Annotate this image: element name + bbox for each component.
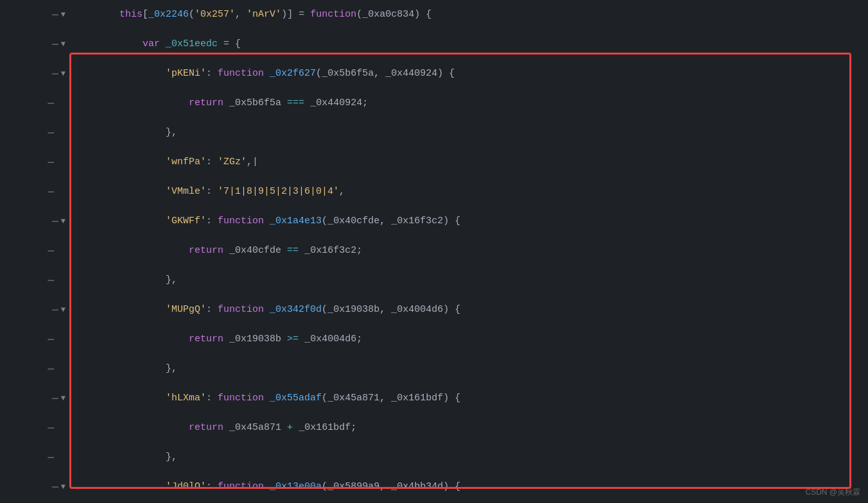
token-white [73,422,189,433]
fold-dash[interactable]: — [48,334,54,345]
table-row: —▼ 'GKWFf': function _0x1a4e13(_0x40cfde… [0,207,868,236]
token-white [73,452,166,463]
code-editor: —▼ this[_0x2246('0x257', 'nArV')] = func… [0,0,868,503]
fold-arrow[interactable]: ▼ [61,482,65,491]
token-str: 'pKENi' [166,68,206,79]
gutter: —▼ [0,68,71,80]
code-tokens: 'Jd0lO': function _0x13e00a(_0x5899a9, _… [71,472,868,502]
fold-dash[interactable]: — [48,127,54,139]
token-str: 'GKWFf' [166,216,206,226]
fold-arrow[interactable]: ▼ [61,69,65,78]
token-punct: ; [351,422,356,433]
fold-dash[interactable]: — [52,68,58,80]
token-str: '0x257' [195,9,235,20]
fold-arrow[interactable]: ▼ [61,394,65,403]
table-row: — return _0x19038b >= _0x4004d6; [0,325,868,354]
fold-dash[interactable]: — [48,245,54,257]
table-row: —▼ 'pKENi': function _0x2f627(_0x5b6f5a,… [0,59,868,89]
token-white [73,157,166,167]
fold-arrow[interactable]: ▼ [61,40,65,49]
token-param: _0x5899a9 [327,481,379,492]
token-kw: function [218,393,264,404]
fold-dash[interactable]: — [52,9,58,21]
token-op: === [287,98,304,108]
gutter: —▼ [0,216,71,227]
token-param: _0x16f3c2 [391,216,443,226]
gutter: — [0,363,71,375]
fold-dash[interactable]: — [52,481,58,493]
code-tokens: this[_0x2246('0x257', 'nArV')] = functio… [71,0,868,30]
fold-arrow[interactable]: ▼ [61,10,65,19]
token-str: 'ZGz' [218,157,247,167]
token-punct: ) { [443,481,460,492]
token-param: _0x16f3c2 [304,245,356,256]
token-punct: ( [322,304,327,315]
token-white [223,334,229,345]
table-row: —▼ var _0x51eedc = { [0,30,868,59]
token-param: _0x4004d6 [304,334,356,345]
token-punct: : [206,157,218,167]
token-white [304,98,310,108]
code-tokens: }, [71,266,868,295]
token-punct: }, [166,452,177,463]
fold-dash[interactable]: — [48,422,54,434]
token-white [223,245,229,256]
table-row: —▼ 'hLXma': function _0x55adaf(_0x45a871… [0,384,868,413]
token-param: _0x19038b [327,304,379,315]
fold-dash[interactable]: — [48,98,54,109]
token-punct: ; [362,98,368,108]
table-row: — 'wnfPa': 'ZGz',| [0,148,868,177]
token-punct: : [206,304,218,315]
token-white [264,216,270,226]
token-kw: var [143,38,160,49]
token-kw: function [218,481,264,492]
table-row: —▼ 'Jd0lO': function _0x13e00a(_0x5899a9… [0,472,868,502]
token-punct: ,| [247,157,258,167]
token-punct: [ [143,9,148,20]
token-white [293,422,299,433]
token-str: 'Jd0lO' [166,481,206,492]
table-row: — return _0x5b6f5a === _0x440924; [0,89,868,118]
fold-dash[interactable]: — [52,304,58,316]
fold-dash[interactable]: — [52,38,58,50]
token-white [73,334,189,345]
fold-dash[interactable]: — [48,186,54,198]
code-tokens: }, [71,443,868,472]
table-row: —▼ this[_0x2246('0x257', 'nArV')] = func… [0,0,868,30]
token-punct: ) { [443,393,460,404]
gutter: —▼ [0,9,71,21]
token-param: _0x19038b [229,334,281,345]
token-punct: }, [166,275,177,286]
gutter: — [0,275,71,286]
fold-arrow[interactable]: ▼ [61,217,65,226]
fold-dash[interactable]: — [48,452,54,463]
code-area: —▼ this[_0x2246('0x257', 'nArV')] = func… [0,0,868,503]
table-row: — 'VMmle': '7|1|8|9|5|2|3|6|0|4', [0,177,868,207]
fold-dash[interactable]: — [52,216,58,227]
token-white [264,304,270,315]
token-white [264,68,270,79]
gutter: — [0,334,71,345]
token-punct: ) { [443,304,460,315]
token-white [281,98,287,108]
token-param: _0x40cfde [327,216,379,226]
token-str: 'wnfPa' [166,157,206,167]
token-white [299,245,304,256]
fold-dash[interactable]: — [48,275,54,286]
fold-dash[interactable]: — [48,363,54,375]
token-white [160,38,166,49]
token-white [264,481,270,492]
fold-arrow[interactable]: ▼ [61,305,65,314]
gutter: — [0,157,71,168]
code-tokens: var _0x51eedc = { [71,30,868,59]
token-punct: }, [166,363,177,374]
token-punct: , [235,9,247,20]
token-punct: : [206,393,218,404]
code-tokens: }, [71,118,868,148]
token-punct: , [379,216,391,226]
table-row: — }, [0,118,868,148]
token-white [73,275,166,286]
token-param: _0x440924 [385,68,437,79]
fold-dash[interactable]: — [48,157,54,168]
fold-dash[interactable]: — [52,393,58,404]
